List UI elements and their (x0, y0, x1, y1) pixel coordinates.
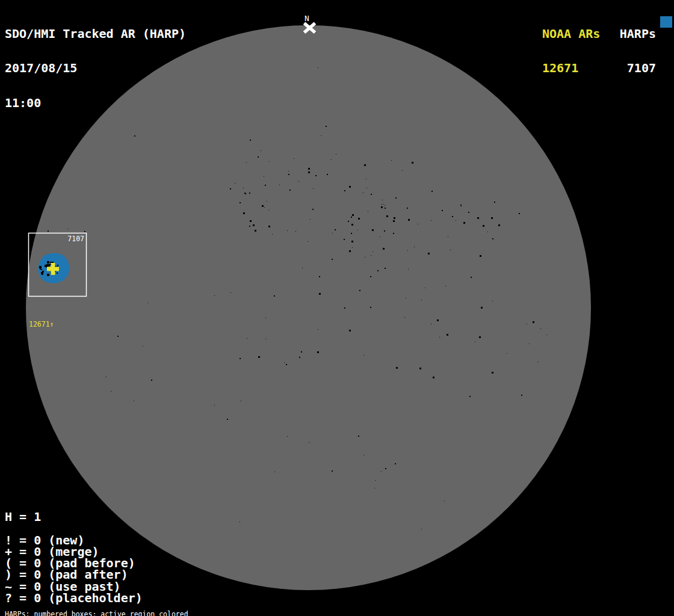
noaa-equator-label: 12671↑ (29, 320, 54, 328)
harps-heading: HARPs (614, 28, 656, 40)
north-label: N (305, 14, 309, 23)
noaa-ar-number: 12671 (542, 63, 600, 74)
noaa-legend: NOAA ARs 12671 (542, 5, 600, 97)
title-block: SDO/HMI Tracked AR (HARP) 2017/08/15 11:… (5, 5, 186, 132)
figure-time: 11:00 (5, 97, 186, 109)
harp-color-swatch (660, 16, 672, 28)
harps-legend: HARPs 7107 (614, 5, 656, 97)
harp-number: 7107 (614, 63, 656, 74)
counters-legend: H = 1 ! = 0 (new) + = 0 (merge) ( = 0 (p… (5, 511, 143, 604)
harp-box-label: 7107 (67, 235, 84, 243)
solar-harp-figure: 7107 12671↑ N SDO/HMI Tracked AR (HARP) … (0, 0, 674, 616)
figure-title: SDO/HMI Tracked AR (HARP) (5, 28, 186, 40)
noaa-ars-heading: NOAA ARs (542, 28, 600, 40)
figure-date: 2017/08/15 (5, 63, 186, 74)
caption-harps: HARPs: numbered boxes; active region col… (5, 611, 247, 616)
footer-captions: HARPs: numbered boxes; active region col… (5, 596, 247, 616)
